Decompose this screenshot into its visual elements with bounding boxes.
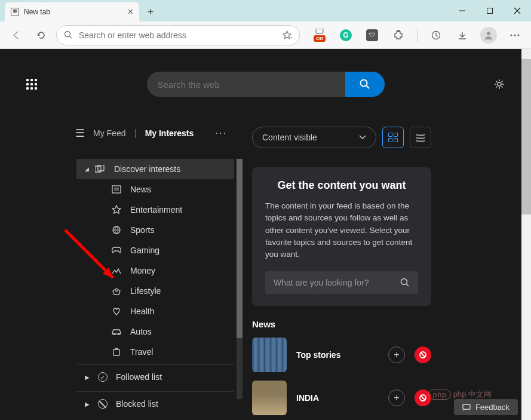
svg-rect-34 [463,404,470,409]
health-icon [111,307,122,315]
sidebar-item-entertainment[interactable]: Entertainment [76,200,234,220]
feed-menu-icon[interactable]: ☰ [75,127,85,140]
off-badge-label: Off [314,35,326,42]
browser-tab[interactable]: New tab × [5,2,139,22]
svg-rect-25 [113,350,119,355]
search-button[interactable] [345,72,385,97]
history-button[interactable] [426,25,446,45]
refresh-button[interactable] [31,25,51,45]
check-icon: ✓ [98,372,108,382]
sidebar-item-lifestyle[interactable]: Lifestyle [76,281,234,301]
sidebar-item-discover[interactable]: ◢ Discover interests [76,159,234,179]
svg-rect-18 [112,186,121,193]
expand-icon: ▶ [85,374,90,381]
travel-icon [111,347,122,357]
svg-text:+: + [290,35,292,40]
new-tab-button[interactable]: + [142,3,159,21]
discover-icon [95,165,106,173]
maximize-button[interactable] [476,0,504,22]
svg-line-14 [366,86,369,89]
sidebar-item-blocked[interactable]: ▶Blocked list [76,391,234,416]
extension-grammarly-icon[interactable]: G [336,25,356,45]
news-row-top-stories: Top stories + [252,338,431,372]
sports-icon [111,225,122,235]
svg-line-29 [421,353,425,357]
sidebar-label: News [130,185,151,194]
interests-search[interactable]: What are you looking for? [265,271,418,294]
svg-point-12 [518,34,520,36]
sidebar-label: Blocked list [116,399,158,409]
block-icon [98,399,108,409]
sidebar-label: Entertainment [130,205,182,214]
extensions-button[interactable] [388,25,409,45]
news-thumbnail [252,381,287,415]
svg-point-15 [498,82,501,86]
sidebar-label: Health [130,306,154,316]
feedback-label: Feedback [475,403,509,412]
address-input[interactable] [79,30,276,40]
sidebar-item-autos[interactable]: Autos [76,321,234,342]
sidebar-item-travel[interactable]: Travel [76,342,234,362]
close-icon[interactable]: × [128,7,133,17]
watermark: phpphp 中文网 [428,389,492,400]
minimize-button[interactable] [449,0,476,22]
feed-more-button[interactable]: ··· [216,128,227,139]
gaming-icon [111,247,122,254]
news-icon [111,185,122,194]
content-visibility-dropdown[interactable]: Content visible [252,127,376,148]
close-window-button[interactable] [504,0,531,22]
favorite-icon[interactable]: + [282,30,292,40]
browser-toolbar: + Off G 🛡 [0,22,531,49]
sidebar-label: Gaming [130,246,159,255]
news-thumbnail [252,338,287,372]
svg-rect-7 [316,29,323,33]
sidebar-label: Lifestyle [130,286,161,296]
tab-my-feed[interactable]: My Feed [93,128,125,138]
address-bar[interactable]: + [56,25,300,45]
downloads-button[interactable] [452,25,472,45]
svg-rect-1 [487,8,493,14]
main-scrollbar[interactable] [521,49,531,420]
add-button[interactable]: + [388,347,405,363]
sidebar-item-followed[interactable]: ▶✓Followed list [76,364,234,389]
sidebar-item-sports[interactable]: Sports [76,220,234,240]
svg-line-31 [421,396,425,400]
add-button[interactable]: + [388,390,405,406]
sidebar-item-health[interactable]: Health [76,301,234,321]
apps-button[interactable] [22,74,42,94]
sidebar-scrollbar[interactable] [237,159,243,399]
page-settings-button[interactable] [489,74,509,94]
block-button[interactable] [415,347,431,363]
menu-button[interactable] [505,25,525,45]
expand-icon: ▶ [85,401,90,407]
search-placeholder: What are you looking for? [274,278,369,287]
sidebar-item-gaming[interactable]: Gaming [76,240,234,260]
extension-off-icon[interactable]: Off [309,25,330,45]
sidebar-label: Followed list [116,372,162,382]
card-text: The content in your feed is based on the… [265,200,418,260]
web-search-input[interactable] [147,72,345,97]
sidebar-label: Sports [130,225,154,235]
news-label: Top stories [296,350,379,360]
page-content: ☰ My Feed | My Interests ··· ◢ Discover … [0,49,531,420]
star-icon [111,205,122,214]
feedback-button[interactable]: Feedback [454,399,518,415]
list-view-button[interactable] [410,127,431,148]
sidebar-item-news[interactable]: News [76,179,234,200]
news-label: INDIA [296,393,379,403]
news-row-india: INDIA + [252,381,431,415]
feedback-icon [462,404,471,411]
sidebar-item-money[interactable]: Money [76,260,234,281]
tab-my-interests[interactable]: My Interests [145,128,194,138]
svg-line-5 [70,36,72,39]
svg-line-27 [407,284,409,287]
svg-point-11 [514,34,516,36]
grid-view-button[interactable] [382,127,404,148]
search-icon [400,278,410,287]
profile-button[interactable] [478,25,499,45]
extension-shield-icon[interactable]: 🛡 [362,25,382,45]
tab-page-icon [11,8,19,16]
chevron-down-icon [359,135,366,140]
back-button[interactable] [6,25,26,45]
money-icon [111,266,122,275]
